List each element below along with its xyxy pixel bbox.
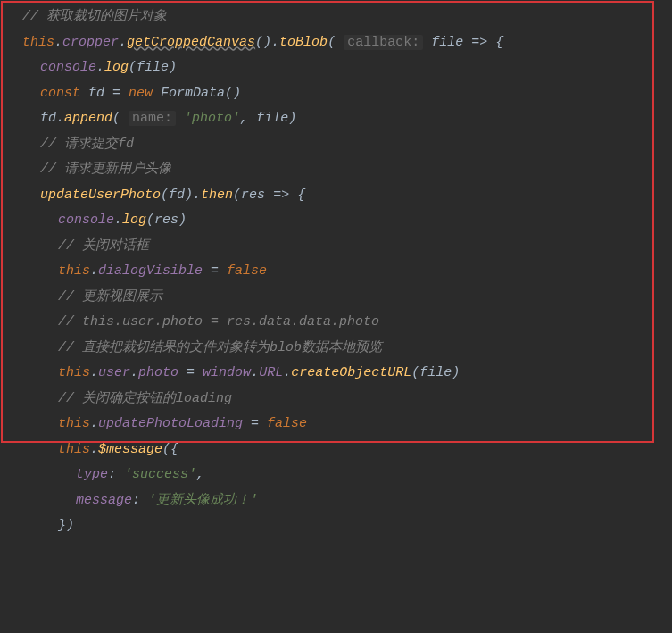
paren: )	[169, 60, 177, 75]
space	[153, 86, 161, 101]
const-keyword: const	[40, 86, 80, 101]
console-object: console	[58, 212, 114, 228]
dot: .	[90, 263, 98, 279]
method-call: then	[201, 187, 233, 203]
paren: (	[161, 187, 169, 203]
close-brace: })	[58, 518, 74, 533]
property: photo	[138, 365, 178, 380]
variable: res	[154, 212, 178, 228]
paren: ).	[185, 187, 201, 203]
comment-text: // 直接把裁切结果的文件对象转为blob数据本地预览	[58, 340, 382, 355]
dot: .	[251, 365, 259, 380]
code-line: message: '更新头像成功！'	[0, 488, 672, 514]
code-line: // 获取裁切的图片对象	[0, 4, 672, 30]
comma: ,	[196, 467, 204, 482]
dot: .	[56, 111, 64, 126]
comment-text: // 更新视图展示	[58, 289, 162, 304]
code-line: const fd = new FormData()	[0, 81, 672, 107]
variable: fd	[169, 187, 185, 203]
variable: fd	[88, 86, 104, 101]
space	[176, 111, 184, 126]
comma: ,	[240, 111, 256, 126]
dot: .	[90, 442, 98, 457]
code-line: // this.user.photo = res.data.data.photo	[0, 310, 672, 336]
paren: (	[233, 187, 241, 203]
this-keyword: this	[58, 442, 90, 457]
property: user	[98, 365, 130, 380]
code-line: fd.append( name: 'photo', file)	[0, 106, 672, 132]
property: dialogVisible	[98, 263, 203, 279]
code-line: this.user.photo = window.URL.createObjec…	[0, 361, 672, 387]
variable: file	[419, 365, 452, 380]
comment-text: // 请求提交fd	[40, 137, 134, 152]
dot: .	[119, 35, 127, 50]
property-key: type	[76, 467, 108, 482]
paren: )	[178, 212, 187, 228]
property-key: message	[76, 493, 132, 508]
variable: file	[137, 60, 169, 75]
class-name: FormData	[161, 86, 225, 101]
dot: .	[130, 365, 138, 380]
paren: ({	[162, 442, 178, 457]
function-call: updateUserPhoto	[40, 187, 161, 203]
code-line: // 直接把裁切结果的文件对象转为blob数据本地预览	[0, 336, 672, 362]
equals: =	[178, 365, 203, 380]
dot: .	[54, 35, 62, 50]
method-call: toBlob	[279, 35, 328, 50]
dot: .	[90, 365, 98, 380]
code-line: // 请求更新用户头像	[0, 157, 672, 183]
property: cropper	[62, 35, 119, 50]
space	[80, 86, 88, 101]
paren: (	[129, 60, 137, 75]
comment-text: // 请求更新用户头像	[40, 162, 171, 177]
code-editor[interactable]: // 获取裁切的图片对象 this.cropper.getCroppedCanv…	[0, 0, 672, 544]
variable: file	[256, 111, 288, 126]
param: res	[241, 187, 265, 203]
property: URL	[259, 365, 283, 380]
comment-text: // this.user.photo = res.data.data.photo	[58, 314, 379, 329]
colon: :	[132, 493, 148, 508]
property: updatePhotoLoading	[98, 416, 243, 431]
method-call: $message	[98, 442, 162, 457]
method-call: createObjectURL	[291, 365, 411, 380]
this-keyword: this	[58, 365, 90, 380]
code-line: updateUserPhoto(fd).then(res => {	[0, 183, 672, 209]
code-line: })	[0, 513, 672, 539]
dot: .	[114, 212, 122, 228]
comment-text: // 关闭对话框	[58, 238, 149, 254]
code-line: // 更新视图展示	[0, 285, 672, 311]
code-line: // 关闭确定按钮的loading	[0, 387, 672, 412]
paren: )	[288, 111, 296, 126]
equals: =	[203, 263, 227, 279]
paren: (	[112, 111, 129, 126]
paren: (	[328, 35, 344, 50]
code-line: this.updatePhotoLoading = false	[0, 412, 672, 437]
parens: ()	[225, 86, 241, 101]
paren: (	[146, 212, 154, 228]
method-call: append	[64, 111, 112, 126]
arrow: => {	[463, 35, 503, 50]
code-line: this.cropper.getCroppedCanvas().toBlob( …	[0, 30, 672, 56]
string-literal: '更新头像成功！'	[148, 493, 258, 508]
string-literal: 'photo'	[184, 111, 240, 126]
console-object: console	[40, 60, 96, 75]
this-keyword: this	[22, 35, 54, 50]
code-line: console.log(file)	[0, 55, 672, 81]
this-keyword: this	[58, 416, 90, 431]
code-line: type: 'success',	[0, 462, 672, 488]
code-line: this.$message({	[0, 437, 672, 463]
code-line: // 请求提交fd	[0, 132, 672, 158]
dot: .	[90, 416, 98, 431]
equals: =	[104, 86, 129, 101]
equals: =	[243, 416, 267, 431]
this-keyword: this	[58, 263, 90, 279]
parens: ().	[255, 35, 279, 50]
code-line: this.dialogVisible = false	[0, 259, 672, 285]
false-keyword: false	[267, 416, 307, 431]
window-object: window	[203, 365, 251, 380]
log-method: log	[122, 212, 146, 228]
code-line: // 关闭对话框	[0, 234, 672, 260]
colon: :	[108, 467, 124, 482]
param-hint: name:	[129, 111, 176, 126]
comment-text: // 关闭确定按钮的loading	[58, 391, 232, 406]
